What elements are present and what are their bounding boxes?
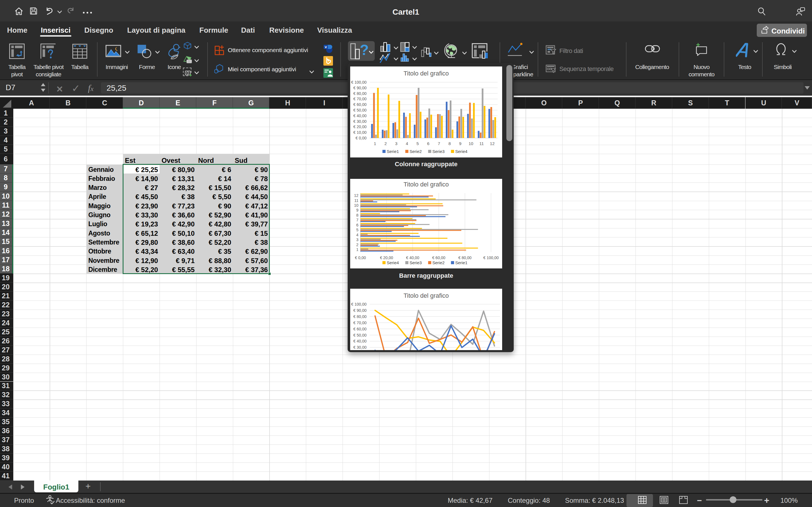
svg-text:€ 80,00: € 80,00 [353,314,366,319]
svg-text:9: 9 [459,141,461,146]
svg-text:v: v [325,45,327,49]
svg-text:€ 100,00: € 100,00 [351,302,367,306]
svg-text:€ 100,00: € 100,00 [483,256,499,260]
svg-text:€ 30,00: € 30,00 [353,345,366,349]
svg-text:Titolo del grafico: Titolo del grafico [403,181,449,188]
svg-text:1: 1 [374,141,376,146]
svg-text:4: 4 [356,233,359,237]
svg-text:€ 60,00: € 60,00 [432,256,446,260]
svg-text:Titolo del grafico: Titolo del grafico [403,292,449,299]
svg-text:9: 9 [356,208,359,212]
svg-text:€ 0,00: € 0,00 [355,256,366,260]
svg-text:12: 12 [354,193,359,198]
svg-text:5: 5 [356,228,359,232]
svg-text:11: 11 [354,198,359,203]
svg-text:Serie4: Serie4 [455,149,467,154]
svg-text:€ 40,00: € 40,00 [353,114,366,118]
svg-text:2: 2 [356,242,359,247]
svg-text:Serie3: Serie3 [433,149,445,154]
svg-text:10: 10 [469,141,473,146]
svg-text:11: 11 [479,141,484,146]
svg-text:€ 20,00: € 20,00 [380,256,393,260]
svg-text:€ 50,00: € 50,00 [353,108,366,112]
svg-text:7: 7 [356,218,359,222]
svg-text:Serie2: Serie2 [410,149,422,154]
svg-text:5: 5 [416,141,419,146]
svg-text:7: 7 [438,141,440,146]
svg-text:3: 3 [395,141,397,146]
svg-text:6: 6 [427,141,429,146]
svg-text:Serie1: Serie1 [455,260,467,265]
svg-text:€ 30,00: € 30,00 [353,119,366,124]
svg-text:1: 1 [356,247,359,252]
svg-text:Titolo del grafico: Titolo del grafico [403,70,449,77]
svg-text:€ 90,00: € 90,00 [353,86,366,90]
svg-text:€ 80,00: € 80,00 [353,91,366,96]
svg-text:12: 12 [490,141,495,146]
svg-text:€ 20,00: € 20,00 [353,124,366,129]
svg-text:€ 50,00: € 50,00 [353,333,366,337]
svg-text:Serie1: Serie1 [387,149,399,154]
svg-text:4: 4 [406,141,408,146]
svg-text:3: 3 [356,237,359,242]
svg-text:€ 70,00: € 70,00 [353,97,366,101]
svg-text:10: 10 [354,203,359,208]
svg-text:Serie3: Serie3 [410,260,422,265]
svg-text:€ 70,00: € 70,00 [353,321,366,325]
svg-text:Serie2: Serie2 [433,260,445,265]
svg-text:€ 40,00: € 40,00 [406,256,419,260]
svg-text:€ 10,00: € 10,00 [353,130,366,135]
svg-text:€ 60,00: € 60,00 [353,102,366,107]
svg-text:€ 60,00: € 60,00 [353,327,366,331]
svg-text:€ 80,00: € 80,00 [458,256,472,260]
svg-text:€ 100,00: € 100,00 [351,80,367,84]
svg-text:2: 2 [385,141,387,146]
svg-text:Serie4: Serie4 [387,260,399,265]
svg-text:?: ? [360,42,369,58]
svg-text:6: 6 [356,223,359,227]
svg-text:8: 8 [356,213,359,217]
svg-text:€ 0,00: € 0,00 [356,136,366,140]
svg-text:€ 40,00: € 40,00 [353,339,366,343]
svg-text:€ 90,00: € 90,00 [353,308,366,313]
svg-text:8: 8 [448,141,451,146]
